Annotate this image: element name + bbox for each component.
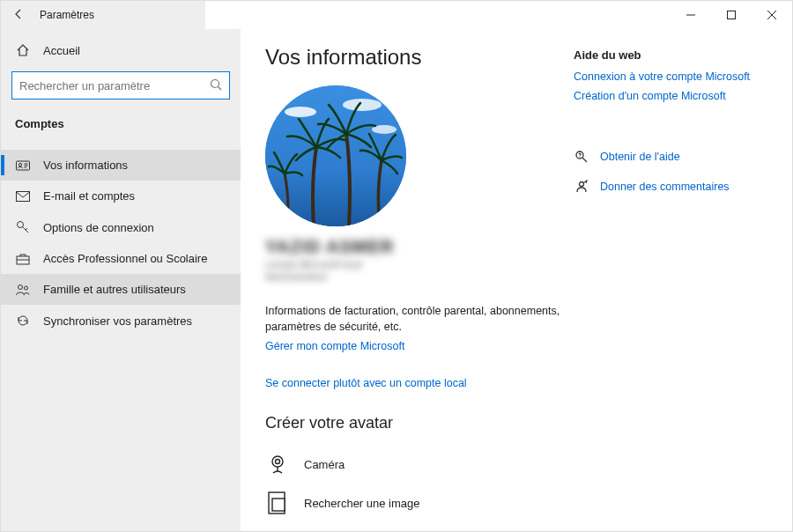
svg-point-12: [18, 222, 24, 228]
home-button[interactable]: Accueil: [1, 36, 241, 64]
nav-item-signin-options[interactable]: Options de connexion: [1, 211, 241, 243]
account-name: YAZID ASMER: [265, 237, 565, 257]
profile-avatar: [265, 85, 406, 226]
svg-line-30: [582, 158, 587, 162]
help-icon: [574, 150, 589, 164]
svg-point-29: [579, 156, 580, 157]
svg-line-5: [219, 86, 222, 90]
svg-point-24: [276, 460, 280, 464]
svg-point-31: [580, 182, 584, 187]
titlebar: Paramètres: [1, 1, 792, 29]
search-box[interactable]: [11, 71, 230, 100]
nav-label: Famille et autres utilisateurs: [43, 283, 186, 296]
camera-label: Caméra: [304, 458, 345, 471]
nav-label: E-mail et comptes: [43, 189, 135, 203]
browse-label: Rechercher une image: [304, 497, 420, 510]
svg-point-20: [285, 107, 316, 117]
help-heading: Aide du web: [574, 48, 767, 62]
sync-icon: [15, 314, 31, 328]
person-card-icon: [15, 159, 31, 172]
svg-point-4: [211, 79, 219, 87]
svg-point-17: [19, 284, 23, 289]
help-link-create[interactable]: Création d'un compte Microsoft: [574, 90, 767, 102]
feedback-row[interactable]: Donner des commentaires: [574, 180, 767, 194]
nav-label: Synchroniser vos paramètres: [43, 314, 192, 328]
account-sub2: Administrateur: [265, 271, 565, 282]
manage-account-link[interactable]: Gérer mon compte Microsoft: [265, 340, 404, 352]
svg-point-23: [272, 456, 283, 467]
mail-icon: [15, 191, 31, 202]
nav-item-sync-settings[interactable]: Synchroniser vos paramètres: [1, 305, 241, 336]
camera-icon: [265, 452, 290, 477]
home-label: Accueil: [43, 44, 80, 57]
sidebar: Accueil Comptes Vos informations E-mail …: [1, 29, 241, 532]
nav-label: Vos informations: [43, 159, 128, 172]
close-button[interactable]: [752, 1, 792, 29]
nav-list: Vos informations E-mail et comptes Optio…: [1, 150, 241, 336]
get-help-link: Obtenir de l'aide: [600, 151, 680, 163]
help-link-signin[interactable]: Connexion à votre compte Microsoft: [574, 70, 767, 83]
aside: Aide du web Connexion à votre compte Mic…: [565, 45, 767, 532]
people-icon: [15, 284, 31, 296]
page-title: Vos informations: [265, 45, 565, 70]
search-icon: [210, 78, 222, 93]
feedback-link: Donner des commentaires: [600, 181, 730, 193]
avatar-heading: Créer votre avatar: [265, 414, 565, 432]
nav-item-email-accounts[interactable]: E-mail et comptes: [1, 181, 241, 211]
key-icon: [15, 220, 31, 234]
svg-point-18: [25, 286, 28, 290]
svg-rect-27: [272, 499, 285, 511]
back-button[interactable]: [1, 8, 36, 23]
minimize-button[interactable]: [671, 1, 711, 29]
svg-line-14: [26, 228, 27, 230]
search-input[interactable]: [19, 79, 210, 92]
section-heading: Comptes: [1, 112, 241, 141]
maximize-button[interactable]: [711, 1, 752, 29]
svg-rect-1: [728, 11, 736, 19]
briefcase-icon: [15, 253, 31, 265]
nav-label: Options de connexion: [43, 221, 154, 234]
svg-point-21: [343, 99, 382, 111]
nav-item-work-school[interactable]: Accès Professionnel ou Scolaire: [1, 243, 241, 274]
camera-option[interactable]: Caméra: [265, 445, 565, 484]
nav-label: Accès Professionnel ou Scolaire: [43, 252, 207, 265]
svg-rect-11: [17, 191, 30, 201]
get-help-row[interactable]: Obtenir de l'aide: [574, 150, 767, 164]
browse-icon: [265, 491, 290, 515]
browse-option[interactable]: Rechercher une image: [265, 484, 565, 522]
window-title: Paramètres: [36, 9, 94, 21]
svg-point-7: [19, 163, 21, 166]
account-sub1: compte Microsoft local: [265, 259, 565, 270]
svg-rect-19: [265, 85, 406, 226]
content-area: Vos informations: [241, 29, 792, 532]
feedback-icon: [574, 180, 589, 194]
account-description: Informations de facturation, contrôle pa…: [265, 303, 565, 335]
nav-item-family-users[interactable]: Famille et autres utilisateurs: [1, 274, 241, 305]
window-controls: [671, 1, 792, 29]
nav-item-your-info[interactable]: Vos informations: [1, 150, 241, 181]
home-icon: [15, 43, 31, 57]
local-account-link[interactable]: Se connecter plutôt avec un compte local: [265, 377, 565, 389]
